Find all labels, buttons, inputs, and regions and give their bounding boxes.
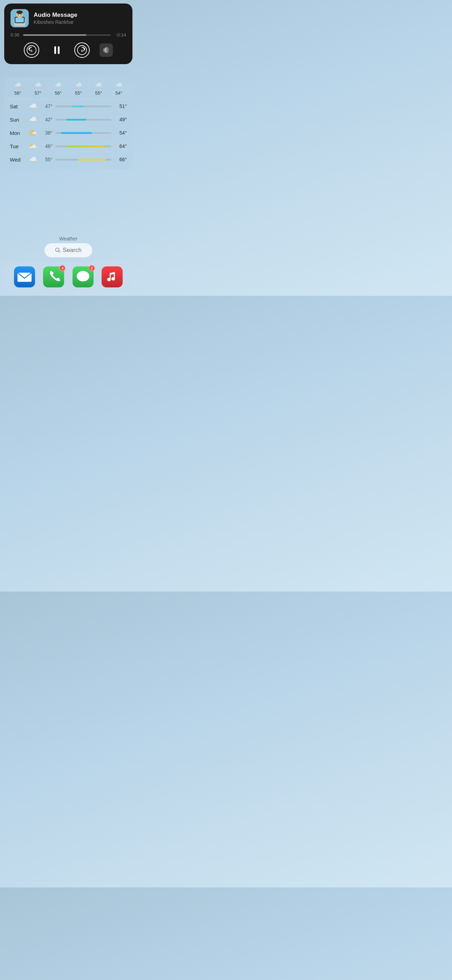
hourly-item-3: ☁️ 56° (54, 81, 62, 96)
day-icon-wed: ☁️ (27, 155, 39, 164)
svg-point-5 (16, 11, 23, 14)
cloud-icon-1: ☁️ (14, 81, 22, 89)
day-bar-tue (56, 145, 111, 147)
svg-rect-14 (106, 47, 108, 53)
svg-point-6 (18, 14, 19, 16)
cloud-icon-6: ☁️ (115, 81, 123, 89)
hourly-temp-4: 55° (75, 91, 82, 96)
day-low-tue: 46° (39, 143, 53, 149)
svg-point-22 (77, 271, 89, 282)
pause-bar-right (58, 46, 60, 54)
svg-point-7 (21, 14, 22, 16)
hourly-temp-1: 56° (14, 91, 21, 96)
day-high-sun: 49° (114, 117, 127, 123)
daily-row-wed: Wed ☁️ 55° 66° (4, 153, 132, 166)
day-bar-sat (56, 105, 111, 107)
daily-row-sun: Sun ☁️ 42° 49° (4, 113, 132, 126)
pause-bar-left (54, 46, 56, 54)
day-high-sat: 51° (114, 103, 127, 109)
svg-rect-3 (16, 18, 24, 22)
avatar (11, 9, 29, 27)
audio-progress-row: 0:36 -0:14 (11, 32, 126, 38)
day-low-mon: 38° (39, 130, 53, 136)
weather-label: Weather (0, 236, 137, 242)
svg-text:5: 5 (30, 49, 32, 52)
day-bar-mon (56, 132, 111, 134)
audio-sender: Kiboshes Rankhar (33, 19, 78, 25)
day-low-wed: 55° (39, 157, 53, 162)
search-icon (55, 247, 60, 253)
audio-time-elapsed: 0:36 (11, 32, 20, 38)
day-label-sat: Sat (10, 103, 27, 109)
phone-badge: 4 (59, 265, 65, 271)
audio-message-widget: Audio Message Kiboshes Rankhar 0:36 -0:1… (4, 3, 132, 64)
day-bar-fill-sun (67, 119, 86, 121)
daily-row-sat: Sat ☁️ 47° 51° (4, 100, 132, 113)
messages-badge: 2 (89, 265, 95, 271)
dock-phone-icon[interactable]: 4 (43, 266, 64, 287)
hourly-item-6: ☁️ 54° (115, 81, 123, 96)
cloud-icon-5: ☁️ (95, 81, 102, 89)
day-label-tue: Tue (10, 143, 27, 149)
hourly-temp-3: 56° (55, 91, 62, 96)
speaker-button[interactable] (100, 43, 113, 57)
day-icon-sat: ☁️ (27, 102, 39, 110)
dock-music-icon[interactable] (102, 266, 123, 287)
dock-mail-icon[interactable] (14, 266, 35, 287)
search-button[interactable]: Search (45, 243, 92, 257)
progress-fill (23, 34, 86, 36)
day-label-wed: Wed (10, 157, 27, 162)
svg-text:5: 5 (81, 49, 83, 52)
audio-header: Audio Message Kiboshes Rankhar (11, 9, 126, 27)
audio-controls: 5 5 (11, 42, 126, 58)
day-icon-mon: 🌤️ (27, 129, 39, 137)
svg-rect-15 (108, 48, 109, 52)
day-label-sun: Sun (10, 117, 27, 123)
weather-widget: ☁️ 56° ☁️ 57° ☁️ 56° ☁️ 55° ☁️ 55° ☁️ 54… (4, 77, 132, 170)
day-bar-fill-sat (72, 105, 83, 107)
day-high-tue: 64° (114, 143, 127, 149)
hourly-item-1: ☁️ 56° (14, 81, 22, 96)
daily-row-mon: Mon 🌤️ 38° 54° (4, 126, 132, 140)
day-high-wed: 66° (114, 157, 127, 162)
day-bar-fill-wed (78, 159, 106, 161)
svg-rect-13 (105, 48, 106, 52)
day-icon-sun: ☁️ (27, 115, 39, 124)
hourly-temp-5: 55° (95, 91, 102, 96)
day-bar-sun (56, 119, 111, 121)
audio-info: Audio Message Kiboshes Rankhar (33, 11, 78, 25)
hourly-temp-6: 54° (115, 91, 122, 96)
svg-rect-12 (103, 48, 105, 52)
rewind-button[interactable]: 5 (24, 42, 39, 58)
day-bar-fill-tue (68, 145, 104, 147)
day-low-sun: 42° (39, 117, 53, 123)
day-bar-fill-mon (61, 132, 92, 134)
hourly-forecast-row: ☁️ 56° ☁️ 57° ☁️ 56° ☁️ 55° ☁️ 55° ☁️ 54… (4, 77, 132, 100)
forward-button[interactable]: 5 (74, 42, 90, 58)
hourly-item-2: ☁️ 57° (34, 81, 42, 96)
dock-messages-icon[interactable]: 2 (73, 266, 94, 287)
daily-row-tue: Tue 🌥️ 46° 64° (4, 140, 132, 153)
hourly-item-4: ☁️ 55° (75, 81, 82, 96)
hourly-item-5: ☁️ 55° (95, 81, 102, 96)
dock: 4 2 (4, 262, 132, 292)
audio-time-remaining: -0:14 (113, 32, 126, 38)
day-bar-wed (56, 159, 111, 161)
day-icon-tue: 🌥️ (27, 142, 39, 150)
cloud-icon-2: ☁️ (34, 81, 42, 89)
pause-button[interactable] (49, 42, 64, 58)
hourly-temp-2: 57° (35, 91, 42, 96)
cloud-icon-4: ☁️ (75, 81, 82, 89)
search-label: Search (63, 247, 82, 254)
day-high-mon: 54° (114, 130, 127, 136)
progress-bar[interactable] (23, 34, 111, 36)
day-low-sat: 47° (39, 103, 53, 109)
svg-rect-24 (102, 266, 123, 287)
audio-title: Audio Message (33, 11, 78, 19)
svg-line-17 (59, 251, 60, 253)
cloud-icon-3: ☁️ (54, 81, 62, 89)
day-label-mon: Mon (10, 130, 27, 136)
